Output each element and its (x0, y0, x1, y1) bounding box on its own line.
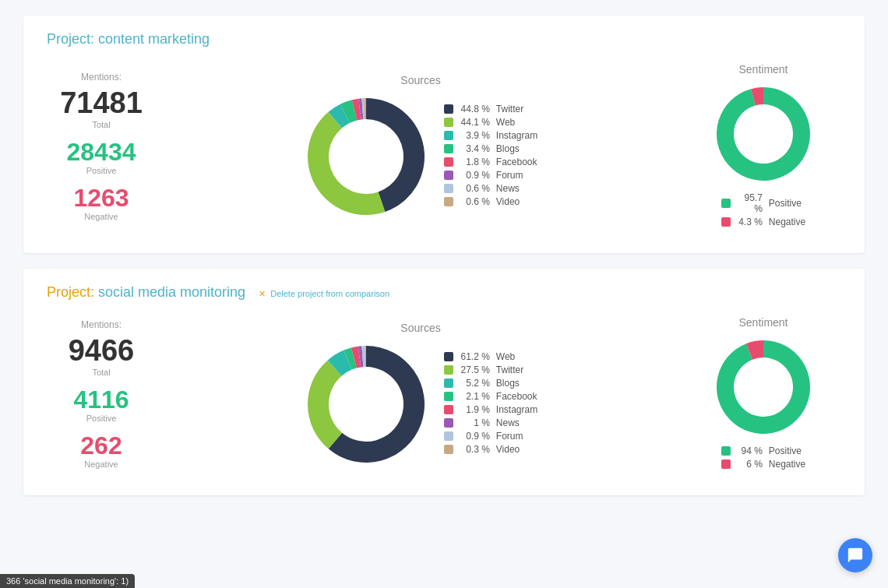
legend-name: Video (496, 444, 520, 455)
project1-section: Project: content marketing Mentions: 714… (23, 16, 865, 253)
project1-negative-label: Negative (47, 212, 156, 221)
legend-pct: 2.1 % (457, 391, 490, 402)
legend-color-swatch (444, 445, 453, 454)
legend-name: Instagram (496, 130, 537, 141)
project1-mentions-block: Mentions: 71481 Total 28434 Positive 126… (47, 72, 156, 221)
project2-metrics-row: Mentions: 9466 Total 4116 Positive 262 N… (47, 316, 841, 472)
sentiment-legend-item: 94 % Positive (721, 445, 805, 456)
project2-sentiment-block: Sentiment 94 % Positive 6 % Negative (685, 316, 841, 472)
project2-total-count: 9466 (47, 335, 156, 368)
project1-positive-label: Positive (47, 166, 156, 175)
legend-name: Twitter (496, 364, 523, 375)
project1-sources-title: Sources (400, 74, 440, 86)
legend-pct: 61.2 % (457, 351, 490, 362)
sentiment-name: Positive (769, 198, 802, 209)
legend-name: Facebook (496, 157, 537, 167)
project2-total-label: Total (47, 368, 156, 377)
legend-pct: 1.9 % (457, 404, 490, 415)
project1-total-label: Total (47, 120, 156, 129)
legend-item: 44.1 % Web (444, 117, 537, 128)
project2-negative-label: Negative (47, 459, 156, 469)
project1-title: Project: content marketing (47, 31, 841, 48)
legend-item: 2.1 % Facebook (444, 391, 537, 402)
project2-mentions-block: Mentions: 9466 Total 4116 Positive 262 N… (47, 319, 156, 469)
legend-color-swatch (444, 157, 453, 167)
legend-pct: 1 % (457, 417, 490, 428)
project2-legend: 61.2 % Web 27.5 % Twitter 5.2 % Blogs 2.… (444, 351, 537, 457)
legend-color-swatch (444, 418, 453, 428)
project2-sentiment-donut (713, 336, 814, 438)
legend-name: Web (496, 117, 515, 128)
legend-item: 1.9 % Instagram (444, 404, 537, 415)
sentiment-pct: 95.7 % (735, 192, 763, 214)
project1-mentions-label: Mentions: (47, 72, 156, 83)
legend-color-swatch (444, 104, 453, 114)
project2-title-name: social media monitoring (98, 284, 245, 300)
legend-name: Blogs (496, 378, 520, 389)
legend-item: 5.2 % Blogs (444, 378, 537, 389)
legend-item: 0.9 % Forum (444, 431, 537, 442)
legend-color-swatch (444, 392, 453, 401)
legend-pct: 0.9 % (457, 431, 490, 442)
project2-section: Project: social media monitoring ✕ Delet… (23, 269, 865, 495)
legend-name: News (496, 183, 520, 194)
sentiment-name: Negative (769, 459, 805, 470)
legend-name: Twitter (496, 104, 523, 114)
legend-item: 44.8 % Twitter (444, 104, 537, 114)
sentiment-pct: 94 % (735, 445, 763, 456)
legend-color-swatch (444, 131, 453, 140)
legend-name: Facebook (496, 391, 537, 402)
project2-positive-count: 4116 (47, 386, 156, 414)
project2-title: Project: social media monitoring ✕ Delet… (47, 284, 841, 301)
project1-chart-legend-row: 44.8 % Twitter 44.1 % Web 3.9 % Instagra… (304, 94, 537, 219)
project1-title-name: content marketing (98, 31, 210, 47)
legend-pct: 3.9 % (457, 130, 490, 141)
legend-item: 0.9 % Forum (444, 170, 537, 181)
project1-donut (304, 94, 428, 219)
legend-pct: 3.4 % (457, 143, 490, 154)
legend-item: 61.2 % Web (444, 351, 537, 362)
legend-name: Web (496, 351, 515, 362)
legend-item: 1 % News (444, 417, 537, 428)
project2-negative-count: 262 (47, 432, 156, 459)
project2-sources-block: Sources 61.2 % Web 27.5 % Twitter 5.2 % … (257, 322, 584, 467)
legend-name: Blogs (496, 143, 520, 154)
project2-mentions-label: Mentions: (47, 319, 156, 330)
project1-sources-block: Sources 44.8 % Twitter 44.1 % Web 3.9 % … (257, 74, 584, 219)
project1-sentiment-chart-legend: 95.7 % Positive 4.3 % Negative (713, 83, 814, 230)
legend-pct: 44.1 % (457, 117, 490, 128)
delete-project-link[interactable]: ✕ Delete project from comparison (259, 289, 389, 298)
project1-legend: 44.8 % Twitter 44.1 % Web 3.9 % Instagra… (444, 104, 537, 209)
sentiment-name: Positive (769, 445, 802, 456)
legend-color-swatch (444, 379, 453, 388)
delete-label: Delete project from comparison (270, 289, 389, 298)
project2-sentiment-legend: 94 % Positive 6 % Negative (721, 445, 805, 472)
sentiment-pct: 6 % (735, 459, 763, 470)
sentiment-legend-item: 6 % Negative (721, 459, 805, 470)
project2-positive-label: Positive (47, 414, 156, 423)
legend-item: 3.4 % Blogs (444, 143, 537, 154)
legend-name: Forum (496, 431, 523, 442)
legend-pct: 0.6 % (457, 183, 490, 194)
project1-positive-count: 28434 (47, 139, 156, 166)
legend-item: 27.5 % Twitter (444, 364, 537, 375)
project2-title-label: Project: (47, 284, 94, 300)
project1-sentiment-block: Sentiment 95.7 % Positive 4.3 % Negative (685, 63, 841, 230)
legend-item: 1.8 % Facebook (444, 157, 537, 167)
sentiment-color-swatch (721, 459, 731, 469)
legend-color-swatch (444, 431, 453, 441)
project2-sentiment-chart-legend: 94 % Positive 6 % Negative (713, 336, 814, 472)
delete-icon: ✕ (259, 289, 266, 298)
project2-chart-legend-row: 61.2 % Web 27.5 % Twitter 5.2 % Blogs 2.… (304, 342, 537, 467)
project1-title-label: Project: (47, 31, 94, 47)
sentiment-name: Negative (769, 217, 805, 227)
legend-color-swatch (444, 171, 453, 180)
project1-total-count: 71481 (47, 87, 156, 120)
legend-pct: 0.6 % (457, 196, 490, 207)
legend-pct: 1.8 % (457, 157, 490, 167)
sentiment-legend-item: 95.7 % Positive (721, 192, 805, 214)
legend-color-swatch (444, 197, 453, 206)
legend-name: News (496, 417, 520, 428)
sentiment-legend-item: 4.3 % Negative (721, 217, 805, 227)
project1-metrics-row: Mentions: 71481 Total 28434 Positive 126… (47, 63, 841, 230)
